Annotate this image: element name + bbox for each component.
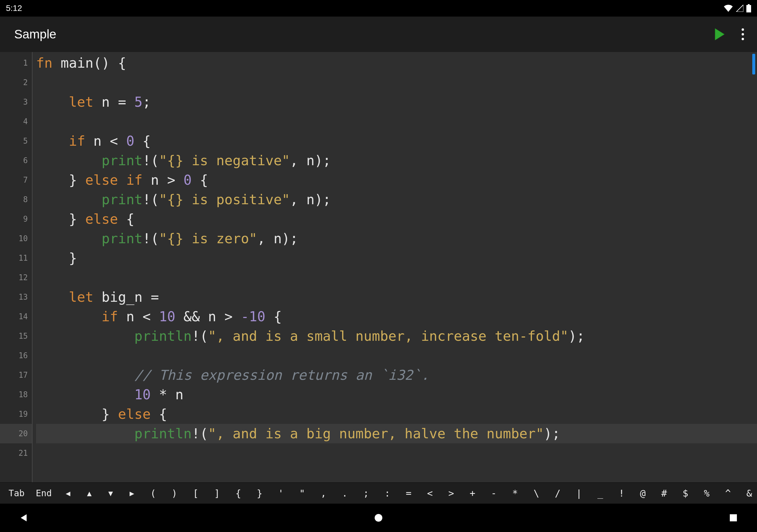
code-line[interactable]: } else if n > 0 { [36,170,757,190]
code-line[interactable]: let n = 5; [36,92,757,112]
status-time: 5:12 [6,4,22,13]
system-nav-bar [0,504,757,532]
code-line[interactable]: } [36,248,757,268]
code-line[interactable]: print!("{} is positive", n); [36,190,757,209]
code-line[interactable] [36,73,757,92]
symbol-key[interactable]: @ [632,488,653,499]
code-line[interactable]: // This expression returns an `i32`. [36,365,757,385]
code-line[interactable] [36,443,757,463]
symbol-key[interactable]: = [398,488,419,499]
symbol-key[interactable]: ( [142,488,164,499]
symbol-key[interactable]: < [419,488,440,499]
symbol-key[interactable]: ! [611,488,632,499]
code-line[interactable] [36,346,757,365]
line-number: 16 [0,346,32,365]
symbol-key[interactable]: " [291,488,313,499]
code-editor[interactable]: 123456789101112131415161718192021 fn mai… [0,52,757,482]
symbol-key[interactable]: ' [270,488,291,499]
line-number: 7 [0,170,32,190]
symbol-key[interactable]: . [334,488,355,499]
symbol-key[interactable]: ^ [717,488,739,499]
symbol-key[interactable]: End [30,488,57,498]
line-number: 11 [0,248,32,268]
scroll-indicator[interactable] [752,54,755,74]
symbol-key[interactable]: + [462,488,483,499]
line-number: 3 [0,92,32,112]
code-line[interactable]: 10 * n [36,385,757,404]
line-number: 5 [0,131,32,151]
code-line[interactable]: if n < 0 { [36,131,757,151]
symbol-key[interactable]: ) [164,488,185,499]
svg-rect-0 [746,5,751,13]
symbol-key[interactable]: % [696,488,717,499]
symbol-key[interactable]: ▶ [121,489,142,498]
symbol-key[interactable]: Tab [3,488,30,498]
symbol-toolbar: TabEnd◀▲▼▶()[]{}'",.;:=<>+-*\/|_!@#$%^& [0,482,757,504]
symbol-key[interactable]: , [313,488,334,499]
code-area[interactable]: fn main() { let n = 5; if n < 0 { print!… [33,52,757,482]
symbol-key[interactable]: * [504,488,526,499]
line-number: 18 [0,385,32,404]
symbol-key[interactable]: : [377,488,398,499]
code-line[interactable]: } else { [36,209,757,229]
symbol-key[interactable]: ▲ [79,489,100,498]
status-bar: 5:12 [0,0,757,16]
cell-signal-icon [736,5,743,12]
symbol-key[interactable]: ] [206,488,228,499]
status-icons [724,4,751,13]
code-line[interactable]: let big_n = [36,287,757,307]
symbol-key[interactable]: { [228,488,249,499]
code-line[interactable]: print!("{} is negative", n); [36,151,757,170]
line-number: 2 [0,73,32,92]
code-line[interactable]: println!(", and is a small number, incre… [36,326,757,346]
code-line[interactable]: if n < 10 && n > -10 { [36,307,757,326]
line-number: 10 [0,229,32,248]
wifi-icon [724,5,733,12]
code-line[interactable]: print!("{} is zero", n); [36,229,757,248]
line-number: 12 [0,268,32,287]
code-line[interactable]: fn main() { [36,53,757,73]
symbol-key[interactable]: [ [185,488,206,499]
symbol-key[interactable]: $ [675,488,696,499]
symbol-key[interactable]: # [653,488,675,499]
run-button[interactable] [714,28,726,41]
code-line[interactable]: println!(", and is a big number, halve t… [36,424,757,443]
line-number: 6 [0,151,32,170]
nav-back-button[interactable] [18,512,30,524]
symbol-key[interactable]: > [440,488,462,499]
line-number: 19 [0,404,32,424]
app-title: Sample [14,27,56,42]
line-number: 8 [0,190,32,209]
svg-rect-3 [730,514,737,521]
line-number: 14 [0,307,32,326]
symbol-key[interactable]: & [739,488,757,499]
symbol-key[interactable]: \ [526,488,547,499]
code-line[interactable]: } else { [36,404,757,424]
symbol-key[interactable]: ◀ [57,489,79,498]
symbol-key[interactable]: / [547,488,568,499]
line-number: 21 [0,443,32,463]
symbol-key[interactable]: ; [355,488,377,499]
nav-recent-button[interactable] [727,512,739,524]
line-number: 20 [0,424,32,443]
battery-icon [746,4,751,13]
symbol-key[interactable]: } [249,488,270,499]
symbol-key[interactable]: | [568,488,590,499]
svg-rect-1 [748,4,750,5]
code-line[interactable] [36,268,757,287]
line-number: 1 [0,53,32,73]
symbol-key[interactable]: - [483,488,504,499]
nav-home-button[interactable] [373,512,384,524]
action-bar: Sample [0,16,757,52]
line-number: 15 [0,326,32,346]
code-line[interactable] [36,112,757,131]
line-number: 4 [0,112,32,131]
line-number: 17 [0,365,32,385]
svg-point-2 [375,514,382,522]
line-number-gutter: 123456789101112131415161718192021 [0,52,33,482]
symbol-key[interactable]: ▼ [100,489,121,498]
overflow-menu-button[interactable] [739,28,746,40]
symbol-key[interactable]: _ [590,488,611,499]
code-content[interactable]: fn main() { let n = 5; if n < 0 { print!… [33,53,757,463]
line-number: 13 [0,287,32,307]
